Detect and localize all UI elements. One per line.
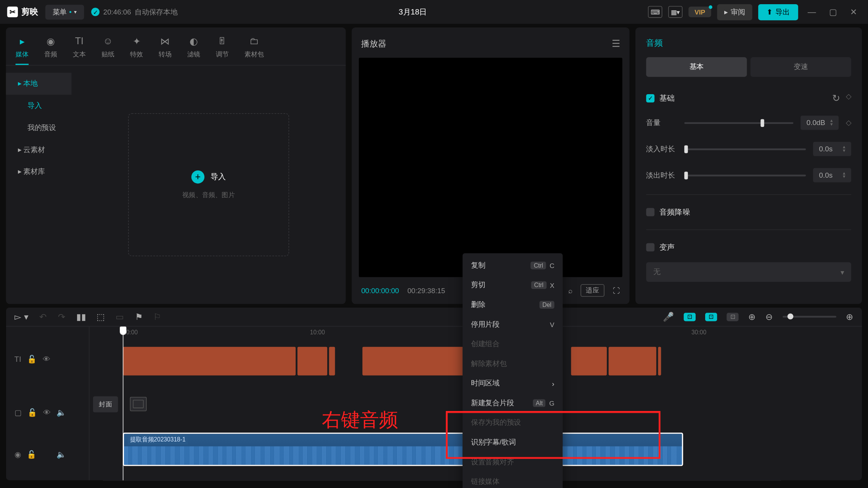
reset-icon[interactable]: ↻ [832, 92, 840, 104]
sidebar-item-presets[interactable]: 我的预设 [6, 117, 72, 139]
tab-speed[interactable]: 变速 [751, 57, 851, 77]
autosave-status: ✓ 20:46:06 自动保存本地 [91, 7, 177, 17]
lock-icon[interactable]: 🔓 [27, 354, 37, 363]
tab-adjust[interactable]: 🎚调节 [216, 32, 229, 65]
fadein-slider[interactable] [684, 148, 806, 150]
text-track[interactable] [123, 347, 683, 376]
maximize-button[interactable]: ▢ [826, 7, 841, 17]
volume-value[interactable]: 0.0dB▴▾ [800, 116, 839, 130]
tab-text[interactable]: TI文本 [73, 32, 86, 65]
volume-keyframe[interactable]: ◇ [846, 119, 851, 127]
filter-icon: ◐ [187, 35, 200, 48]
lock-icon[interactable]: 🔓 [27, 449, 36, 458]
current-time: 00:00:00:00 [361, 286, 399, 295]
tab-audio[interactable]: ◉音频 [44, 32, 57, 65]
video-clip[interactable] [130, 397, 147, 411]
app-name: 剪映 [21, 6, 38, 17]
keyboard-icon[interactable]: ⌨ [648, 6, 662, 18]
ctx-compound[interactable]: 新建复合片段AltG [463, 393, 563, 413]
eye-icon[interactable]: 👁 [43, 354, 50, 363]
ctx-delete[interactable]: 删除Del [463, 295, 563, 315]
vip-badge[interactable]: VIP [689, 6, 711, 17]
ctx-group: 创建组合 [463, 334, 563, 354]
ctx-disable[interactable]: 停用片段V [463, 315, 563, 334]
sidebar-item-cloud[interactable]: ▸ 云素材 [6, 139, 72, 161]
align-icon[interactable]: ⊕ [748, 311, 756, 322]
chevron-down-icon: ▾ [841, 268, 844, 276]
fullscreen-icon[interactable]: ⛶ [613, 286, 620, 295]
flag2-tool[interactable]: ⚐ [153, 311, 161, 322]
media-sidebar: ▸ 本地 导入 我的预设 ▸ 云素材 ▸ 素材库 [6, 66, 72, 304]
text-track-head: TI 🔓 👁 [6, 341, 89, 377]
denoise-checkbox[interactable] [646, 208, 654, 216]
import-hint: 视频、音频、图片 [182, 190, 235, 199]
cover-button[interactable]: 封面 [93, 396, 118, 412]
keyframe-icon[interactable]: ◇ [846, 92, 851, 104]
sidebar-item-library[interactable]: ▸ 素材库 [6, 161, 72, 183]
annotation-text: 右键音频 [322, 407, 398, 433]
fadeout-value[interactable]: 0.0s▴▾ [813, 168, 851, 183]
export-button[interactable]: ⬆ 导出 [758, 4, 798, 20]
audio-clip-label: 提取音频20230318-1 [127, 435, 188, 445]
menu-button[interactable]: 菜单 • ▾ [45, 5, 84, 19]
media-panel: ▸媒体 ◉音频 TI文本 ☺贴纸 ✦特效 ⋈转场 ◐滤镜 🎚调节 🗀素材包 ▸ … [6, 27, 346, 304]
basic-label: 基础 [659, 93, 675, 103]
timeline-panel: ▻ ▾ ↶ ↷ ▮▮ ⬚ ▭ ⚑ ⚐ 🎤 ⊡ ⊡ ⊡ ⊕ ⊖ ⊕ TI 🔓 👁 [6, 308, 862, 480]
voice-checkbox[interactable] [646, 243, 654, 252]
mic-icon[interactable]: 🎤 [663, 311, 674, 322]
tab-sticker[interactable]: ☺贴纸 [101, 32, 114, 65]
search-icon[interactable]: ⌕ [568, 286, 572, 295]
link-toggle[interactable]: ⊡ [705, 313, 717, 321]
layout-icon[interactable]: ▦▾ [669, 6, 683, 18]
pack-icon: 🗀 [248, 35, 260, 48]
volume-slider[interactable] [684, 122, 793, 124]
pointer-tool[interactable]: ▻ ▾ [14, 311, 29, 322]
voice-select[interactable]: 无 ▾ [646, 262, 851, 282]
sidebar-item-local[interactable]: ▸ 本地 [6, 73, 72, 95]
ctx-copy[interactable]: 复制CtrlC [463, 256, 563, 276]
media-tabs: ▸媒体 ◉音频 TI文本 ☺贴纸 ✦特效 ⋈转场 ◐滤镜 🎚调节 🗀素材包 [6, 27, 346, 66]
flag-tool[interactable]: ⚑ [135, 311, 143, 322]
ctx-timerange[interactable]: 时间区域› [463, 374, 563, 393]
tab-effects[interactable]: ✦特效 [130, 32, 143, 65]
preview-toggle[interactable]: ⊡ [727, 313, 738, 321]
project-title[interactable]: 3月18日 [185, 6, 641, 17]
tab-basic[interactable]: 基本 [646, 57, 747, 77]
undo-button[interactable]: ↶ [39, 311, 47, 322]
ctx-cut[interactable]: 剪切CtrlX [463, 275, 563, 295]
review-button[interactable]: ▸ 审阅 [717, 4, 752, 20]
tab-pack[interactable]: 🗀素材包 [244, 32, 264, 65]
tab-media[interactable]: ▸媒体 [16, 32, 29, 65]
zoom-in-icon[interactable]: ⊕ [846, 311, 854, 322]
minimize-button[interactable]: — [804, 7, 820, 17]
sidebar-item-import[interactable]: 导入 [6, 95, 72, 117]
voice-label: 变声 [659, 242, 675, 253]
tab-filter[interactable]: ◐滤镜 [187, 32, 200, 65]
close-button[interactable]: ✕ [846, 7, 861, 17]
snap-toggle[interactable]: ⊡ [684, 313, 696, 321]
app-logo: ✂ 剪映 [7, 6, 38, 17]
zoom-slider[interactable] [783, 316, 836, 318]
redo-button[interactable]: ↷ [58, 311, 66, 322]
eye-icon[interactable]: 👁 [43, 408, 51, 417]
fadeout-slider[interactable] [684, 174, 806, 176]
playhead[interactable] [123, 327, 124, 480]
mute-icon[interactable]: 🔈 [56, 449, 66, 458]
tab-transition[interactable]: ⋈转场 [159, 32, 172, 65]
audio-icon: ◉ [44, 35, 57, 48]
props-title: 音频 [646, 35, 851, 57]
lock-icon[interactable]: 🔓 [27, 408, 37, 417]
mute-icon[interactable]: 🔈 [56, 408, 66, 417]
player-menu-icon[interactable]: ☰ [612, 38, 620, 50]
zoom-out-icon[interactable]: ⊖ [765, 311, 773, 322]
volume-label: 音量 [646, 118, 677, 128]
fit-button[interactable]: 适应 [580, 284, 604, 297]
delete-tool[interactable]: ▭ [116, 311, 124, 322]
import-dropzone[interactable]: + 导入 视频、音频、图片 [128, 113, 289, 256]
basic-checkbox[interactable]: ✓ [646, 94, 654, 102]
fadein-value[interactable]: 0.0s▴▾ [813, 142, 851, 156]
crop-tool[interactable]: ⬚ [96, 311, 105, 322]
player-preview[interactable] [359, 58, 622, 277]
denoise-label: 音频降噪 [659, 207, 690, 217]
split-tool[interactable]: ▮▮ [76, 311, 86, 322]
